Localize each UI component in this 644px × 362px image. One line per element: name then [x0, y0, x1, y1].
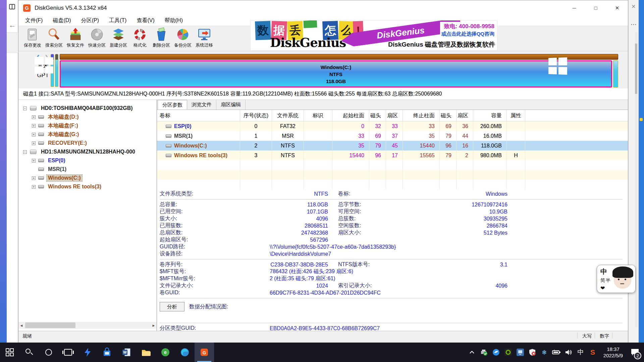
- tray-sogou-icon[interactable]: S: [587, 343, 598, 362]
- backup-partition-button[interactable]: 备份分区: [172, 26, 194, 51]
- scroll-left-icon[interactable]: ◄: [18, 323, 24, 327]
- input-simplified[interactable]: 简: [600, 278, 606, 283]
- divider: [160, 259, 623, 259]
- taskbar-app-explorer[interactable]: [136, 343, 156, 362]
- taskbar-clock[interactable]: 18:37 2022/5/9: [599, 346, 627, 359]
- partition-icon: [166, 154, 171, 157]
- search-partition-button[interactable]: 搜索分区: [43, 26, 65, 51]
- table-row-windows-re-tools[interactable]: Windows RE tools(3) 3 NTFS 15440 96 17 1…: [157, 150, 628, 160]
- tab-sector-edit[interactable]: 扇区编辑: [216, 100, 246, 110]
- scrollbar-thumb[interactable]: [25, 322, 75, 328]
- scroll-right-icon[interactable]: ►: [151, 323, 157, 327]
- collapse-icon[interactable]: −: [23, 150, 27, 154]
- format-button[interactable]: 格式化: [129, 26, 151, 51]
- scrollbar-thumb[interactable]: [635, 44, 637, 94]
- table-row-windows-c-selected[interactable]: Windows(C:) 2 NTFS 35 79 45 15440 96 16 …: [157, 141, 628, 150]
- taskbar-app-store[interactable]: [97, 343, 117, 362]
- expand-icon[interactable]: +: [32, 159, 36, 163]
- tray-input-indicator[interactable]: 中: [575, 343, 586, 362]
- task-view-button[interactable]: [58, 343, 78, 362]
- collapse-icon[interactable]: −: [23, 107, 27, 110]
- svg-text:W: W: [123, 350, 127, 354]
- input-halfwidth[interactable]: 半: [606, 278, 611, 283]
- banner-ad[interactable]: 数 据 丢 怎 么 ! DiskGenius DiskGenius 致电: 40…: [250, 20, 497, 51]
- tray-bird-icon[interactable]: [490, 343, 502, 362]
- taskbar-app-word[interactable]: W: [117, 343, 136, 362]
- taskbar-app-edge[interactable]: [175, 343, 195, 362]
- new-partition-button[interactable]: 新建分区: [108, 26, 129, 51]
- menu-file[interactable]: 文件(F): [21, 16, 47, 25]
- delete-partition-button[interactable]: 删除分区: [151, 26, 172, 51]
- menu-help[interactable]: 帮助(H): [161, 16, 187, 25]
- format-ring-icon: [133, 27, 147, 42]
- tree-item-windows-c[interactable]: + Windows(C:): [32, 174, 157, 182]
- expand-icon[interactable]: +: [32, 115, 36, 119]
- more-options-icon[interactable]: ⋯: [631, 21, 637, 28]
- expand-icon[interactable]: +: [32, 176, 36, 180]
- partition-bar-re-tools[interactable]: [613, 60, 618, 87]
- banner-qq-link[interactable]: 或点击此处选择QQ咨询: [441, 31, 494, 37]
- partition-bar-windows-c[interactable]: Windows(C:) NTFS 118.0GB: [60, 60, 612, 87]
- tab-browse-files[interactable]: 浏览文件: [187, 100, 216, 110]
- taskbar-app-feishu[interactable]: [78, 343, 97, 362]
- tree-item-hd0[interactable]: − HD0:TOSHIBAMQ04ABF100(932GB): [23, 104, 157, 113]
- heart-icon[interactable]: ❤: [600, 285, 612, 291]
- taskbar-search-button[interactable]: [19, 343, 39, 362]
- tree-item-recovery-e[interactable]: + RECOVERY(E:): [32, 139, 157, 147]
- close-button[interactable]: ✕: [606, 0, 628, 15]
- partition-bar-msr[interactable]: [55, 54, 58, 87]
- tray-security-shield-icon[interactable]: [527, 343, 538, 362]
- recover-files-button[interactable]: 恢复文件: [65, 26, 86, 51]
- browser-tab-icon[interactable]: [9, 4, 15, 9]
- tray-nvidia-icon[interactable]: [502, 343, 514, 362]
- expand-icon[interactable]: +: [32, 185, 36, 189]
- tray-volume-icon[interactable]: [563, 343, 574, 362]
- tree-item-esp[interactable]: + ESP(0): [32, 156, 157, 165]
- tree-item-hd1[interactable]: − HD1:SAMSUNGMZNLN128HAHQ-000: [23, 147, 157, 156]
- sogou-input-panel[interactable]: 中 简半 ❤: [597, 265, 636, 293]
- input-mode-chinese[interactable]: 中: [600, 267, 612, 276]
- tray-snowflake-icon[interactable]: ❄: [539, 343, 550, 362]
- system-migrate-button[interactable]: 系统迁移: [194, 26, 215, 51]
- expand-icon[interactable]: +: [32, 141, 36, 145]
- disk-icon: [30, 105, 37, 111]
- banner-subtitle: DiskGenius 磁盘管理及数据恢复软件: [388, 40, 495, 49]
- expand-icon[interactable]: +: [32, 133, 36, 136]
- menu-partition[interactable]: 分区(P): [77, 16, 103, 25]
- tab-partition-params[interactable]: 分区参数: [158, 100, 187, 110]
- tray-intel-graphics-icon[interactable]: [515, 343, 526, 362]
- table-row-esp[interactable]: ESP(0) 0 FAT32 0 32 33 33 69 36 260.0MB: [157, 121, 628, 131]
- minimize-button[interactable]: ─: [564, 0, 585, 15]
- expand-icon[interactable]: +: [32, 124, 36, 128]
- action-center-button[interactable]: 2: [628, 343, 642, 362]
- menu-view[interactable]: 查看(V): [132, 16, 158, 25]
- taskbar-app-diskgenius-active[interactable]: G: [195, 343, 214, 362]
- back-arrow-icon[interactable]: ←: [9, 21, 16, 29]
- save-icon: [25, 27, 40, 42]
- tree-horizontal-scrollbar[interactable]: ◄ ►: [18, 322, 157, 329]
- analyze-button[interactable]: 分析: [160, 302, 184, 311]
- cortana-button[interactable]: [39, 343, 58, 362]
- close-icon[interactable]: ✕: [631, 3, 636, 10]
- start-button[interactable]: [0, 343, 19, 362]
- quick-partition-button[interactable]: 快速分区: [86, 26, 108, 51]
- table-row-msr[interactable]: MSR(1) 1 MSR 33 69 37 35 79 44 16.0MB: [157, 131, 628, 141]
- tray-chevron-up-icon[interactable]: [466, 343, 478, 362]
- maximize-button[interactable]: □: [585, 0, 606, 15]
- tree-item-local-f[interactable]: + 本地磁盘(F:): [32, 121, 157, 130]
- menu-tools[interactable]: 工具(T): [105, 16, 130, 25]
- status-bar: 就绪 大写 数字: [18, 331, 628, 343]
- menu-disk[interactable]: 磁盘(D): [49, 16, 75, 25]
- banner-phone: 致电: 400-008-9958: [441, 22, 494, 30]
- table-row-empty: [157, 170, 628, 180]
- taskbar-app-green-e[interactable]: e: [156, 343, 175, 362]
- green-e-icon: e: [161, 348, 170, 357]
- tree-item-local-g[interactable]: + 本地磁盘(G:): [32, 130, 157, 139]
- lightning-icon: [83, 348, 92, 357]
- tree-item-local-d[interactable]: + 本地磁盘(D:): [32, 113, 157, 121]
- tray-battery-icon[interactable]: [551, 343, 562, 362]
- tree-item-msr[interactable]: MSR(1): [32, 165, 157, 174]
- tree-item-windows-re-tools[interactable]: + Windows RE tools(3): [32, 182, 157, 191]
- save-changes-button[interactable]: 保存更改: [22, 26, 43, 51]
- tray-printer-icon[interactable]: [478, 343, 490, 362]
